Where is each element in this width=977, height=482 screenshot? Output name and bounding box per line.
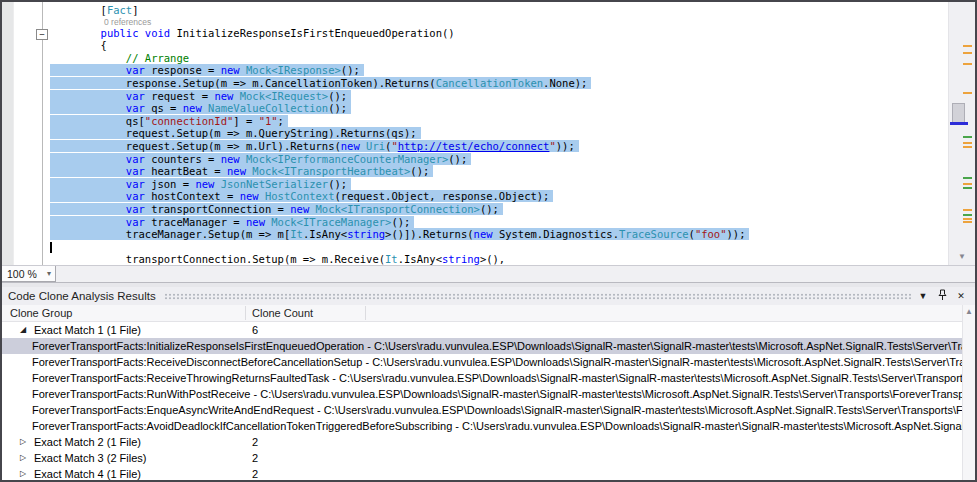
expander-expanded-icon[interactable]: ◢ bbox=[20, 322, 26, 338]
zoom-level-value: 100 % bbox=[7, 268, 37, 280]
selected-code: var heartBeat = new Mock<ITransportHeart… bbox=[50, 165, 433, 177]
selected-code: var request = new Mock<IRequest>(); bbox=[50, 90, 351, 102]
clone-item-row[interactable]: ForeverTransportFacts:ReceiveDisconnectB… bbox=[2, 354, 962, 370]
code-line[interactable]: public void InitializeResponseIsFirstEnq… bbox=[50, 27, 945, 40]
column-header-clone-count[interactable]: Clone Count bbox=[252, 305, 313, 322]
code-line[interactable]: request.Setup(m => m.QueryString).Return… bbox=[50, 127, 945, 140]
collapse-region-button[interactable]: − bbox=[36, 29, 48, 40]
clone-group-row[interactable]: ▷Exact Match 3 (2 Files)2 bbox=[2, 450, 962, 466]
selected-code: var hostContext = new HostContext(reques… bbox=[50, 190, 553, 202]
clone-item-row[interactable]: ForeverTransportFacts:ReceiveThrowingRet… bbox=[2, 370, 962, 386]
code-line[interactable]: var hostContext = new HostContext(reques… bbox=[50, 190, 945, 203]
clone-item-text: ForeverTransportFacts:RunWithPostReceive… bbox=[32, 386, 962, 402]
selected-code: var counters = new Mock<IPerformanceCoun… bbox=[50, 153, 471, 165]
code-clone-analysis-panel: Code Clone Analysis Results ▼ ✕ Clone Gr… bbox=[2, 287, 975, 480]
clone-count-value: 2 bbox=[252, 434, 258, 450]
code-line[interactable] bbox=[50, 241, 945, 254]
expander-collapsed-icon[interactable]: ▷ bbox=[20, 466, 26, 480]
panel-title: Code Clone Analysis Results bbox=[8, 290, 156, 302]
selected-code: var traceManager = new Mock<ITraceManage… bbox=[50, 216, 414, 228]
clone-item-text: ForeverTransportFacts:InitializeResponse… bbox=[32, 338, 962, 354]
code-line[interactable]: qs["connectionId"] = "1"; bbox=[50, 115, 945, 128]
column-header-clone-group[interactable]: Clone Group bbox=[10, 305, 72, 322]
panel-close-button[interactable]: ✕ bbox=[953, 289, 969, 303]
editor-bottom-bar: 100 % ▾ bbox=[2, 265, 975, 282]
code-line[interactable]: var response = new Mock<IResponse>(); bbox=[50, 64, 945, 77]
code-folding-guide bbox=[42, 2, 43, 265]
code-line[interactable]: // Arrange bbox=[50, 52, 945, 65]
clone-item-row[interactable]: ForeverTransportFacts:AvoidDeadlockIfCan… bbox=[2, 418, 962, 434]
selected-code: var response = new Mock<IResponse>(); bbox=[50, 64, 364, 76]
change-annotation-mark bbox=[963, 221, 972, 223]
caret-position-marker bbox=[950, 122, 968, 125]
codelens-references[interactable]: 0 references bbox=[50, 17, 945, 27]
code-line[interactable]: var json = new JsonNetSerializer(); bbox=[50, 178, 945, 191]
results-vertical-scrollbar[interactable]: ▲ bbox=[962, 305, 975, 480]
zoom-level-dropdown[interactable]: 100 % ▾ bbox=[2, 266, 56, 282]
ide-window: − [Fact]0 references public void Initial… bbox=[0, 0, 977, 482]
selected-code: request.Setup(m => m.Url).Returns(new Ur… bbox=[50, 140, 579, 152]
code-line[interactable]: var request = new Mock<IRequest>(); bbox=[50, 90, 945, 103]
selected-code: var qs = new NameValueCollection(); bbox=[50, 102, 351, 114]
change-annotation-mark bbox=[963, 52, 972, 54]
clone-item-row[interactable]: ForeverTransportFacts:EnqueAsyncWriteAnd… bbox=[2, 402, 962, 418]
code-line[interactable]: request.Setup(m => m.Url).Returns(new Ur… bbox=[50, 140, 945, 153]
chevron-down-icon: ▾ bbox=[47, 266, 51, 282]
expander-collapsed-icon[interactable]: ▷ bbox=[20, 450, 26, 466]
clone-group-row[interactable]: ▷Exact Match 2 (1 File)2 bbox=[2, 434, 962, 450]
clone-item-text: ForeverTransportFacts:ReceiveThrowingRet… bbox=[32, 370, 962, 386]
change-annotation-mark bbox=[963, 142, 972, 144]
code-line[interactable]: { bbox=[50, 39, 945, 52]
code-line[interactable]: response.Setup(m => m.CancellationToken)… bbox=[50, 77, 945, 90]
code-line[interactable]: var traceManager = new Mock<ITraceManage… bbox=[50, 216, 945, 229]
clone-group-row[interactable]: ▷Exact Match 4 (1 File)2 bbox=[2, 466, 962, 480]
change-annotation-mark bbox=[963, 209, 972, 211]
clone-group-label: Exact Match 1 (1 File) bbox=[34, 322, 141, 338]
selected-code: request.Setup(m => m.QueryString).Return… bbox=[50, 127, 421, 139]
selected-code: var transportConnection = new Mock<ITran… bbox=[50, 203, 503, 215]
clone-item-text: ForeverTransportFacts:EnqueAsyncWriteAnd… bbox=[32, 402, 962, 418]
clone-group-row[interactable]: ◢Exact Match 1 (1 File)6 bbox=[2, 322, 962, 338]
change-annotation-mark bbox=[963, 45, 972, 47]
clone-item-row[interactable]: ForeverTransportFacts:InitializeResponse… bbox=[2, 338, 962, 354]
column-separator[interactable] bbox=[245, 306, 246, 320]
code-line[interactable]: var heartBeat = new Mock<ITransportHeart… bbox=[50, 165, 945, 178]
column-separator[interactable] bbox=[365, 306, 366, 320]
breakpoint-margin[interactable] bbox=[2, 2, 14, 265]
code-line[interactable]: var transportConnection = new Mock<ITran… bbox=[50, 203, 945, 216]
code-line[interactable]: var counters = new Mock<IPerformanceCoun… bbox=[50, 153, 945, 166]
panel-menu-button[interactable]: ▼ bbox=[915, 289, 931, 303]
code-line[interactable]: var qs = new NameValueCollection(); bbox=[50, 102, 945, 115]
expander-collapsed-icon[interactable]: ▷ bbox=[20, 434, 26, 450]
panel-pin-button[interactable] bbox=[934, 289, 950, 303]
change-annotation-mark bbox=[963, 183, 972, 185]
close-icon: ✕ bbox=[957, 291, 965, 301]
change-annotation-mark bbox=[963, 92, 972, 94]
change-annotation-mark bbox=[963, 218, 972, 220]
change-annotation-mark bbox=[963, 214, 972, 216]
scrollbar-thumb[interactable] bbox=[952, 103, 965, 123]
scroll-down-arrow-icon[interactable]: ▼ bbox=[949, 252, 975, 261]
selected-code: var json = new JsonNetSerializer(); bbox=[50, 178, 351, 190]
code-line[interactable]: traceManager.Setup(m => m[It.IsAny<strin… bbox=[50, 228, 945, 241]
clone-results-list: ◢Exact Match 1 (1 File)6ForeverTransport… bbox=[2, 322, 962, 480]
editor-horizontal-scrollbar[interactable] bbox=[56, 266, 975, 282]
scroll-up-arrow-icon[interactable]: ▲ bbox=[963, 307, 975, 316]
selected-code: traceManager.Setup(m => m[It.IsAny<strin… bbox=[50, 228, 749, 240]
code-line[interactable]: [Fact] bbox=[50, 4, 945, 17]
chevron-down-icon: ▼ bbox=[919, 291, 928, 301]
change-annotation-mark bbox=[963, 146, 972, 148]
code-editor[interactable]: − [Fact]0 references public void Initial… bbox=[2, 2, 975, 265]
selected-code: qs["connectionId"] = "1"; bbox=[50, 115, 288, 127]
selected-code: response.Setup(m => m.CancellationToken)… bbox=[50, 77, 591, 89]
editor-vertical-scrollbar[interactable]: ▼ bbox=[948, 2, 975, 265]
code-area[interactable]: [Fact]0 references public void Initializ… bbox=[50, 4, 945, 265]
clone-item-text: ForeverTransportFacts:ReceiveDisconnectB… bbox=[32, 354, 962, 370]
clone-count-value: 2 bbox=[252, 450, 258, 466]
clone-group-label: Exact Match 4 (1 File) bbox=[34, 466, 141, 480]
grid-header: Clone Group Clone Count bbox=[2, 305, 975, 322]
clone-item-row[interactable]: ForeverTransportFacts:RunWithPostReceive… bbox=[2, 386, 962, 402]
panel-title-bar[interactable]: Code Clone Analysis Results ▼ ✕ bbox=[2, 287, 975, 305]
change-annotation-mark bbox=[963, 187, 972, 189]
code-line[interactable]: transportConnection.Setup(m => m.Receive… bbox=[50, 253, 945, 265]
